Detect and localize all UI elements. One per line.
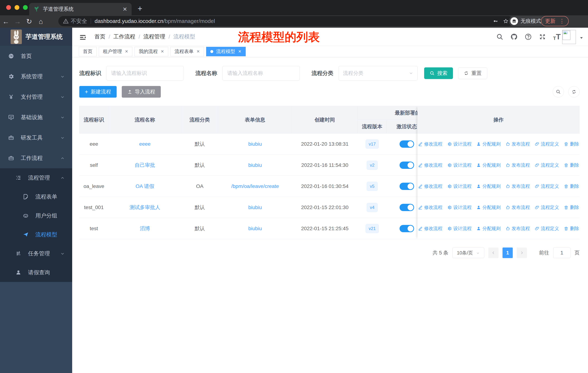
breadcrumb-item[interactable]: 工作流程 bbox=[113, 33, 135, 40]
action-修改流程[interactable]: 修改流程 bbox=[418, 204, 442, 210]
cell-name-link[interactable]: 滔博 bbox=[108, 218, 181, 239]
action-分配规则[interactable]: 分配规则 bbox=[476, 183, 501, 189]
action-分配规则[interactable]: 分配规则 bbox=[476, 141, 501, 147]
active-toggle[interactable] bbox=[399, 204, 414, 211]
action-流程定义[interactable]: 流程定义 bbox=[535, 162, 559, 168]
refresh-table-button[interactable] bbox=[568, 86, 580, 97]
sidebar-logo[interactable]: 芋道管理系统 bbox=[0, 28, 72, 46]
action-修改流程[interactable]: 修改流程 bbox=[418, 141, 442, 147]
action-分配规则[interactable]: 分配规则 bbox=[476, 204, 501, 210]
new-tab-button[interactable]: + bbox=[138, 4, 142, 13]
action-发布流程[interactable]: 发布流程 bbox=[505, 162, 530, 168]
user-avatar[interactable] bbox=[562, 30, 576, 44]
cell-name-link[interactable]: OA 请假 bbox=[108, 176, 181, 197]
create-process-button[interactable]: + 新建流程 bbox=[79, 86, 117, 98]
page-tag-我的流程[interactable]: 我的流程✕ bbox=[135, 47, 168, 56]
cell-name-link[interactable]: eeee bbox=[108, 133, 181, 154]
page-tag-流程模型[interactable]: 流程模型✕ bbox=[206, 47, 245, 56]
home-icon[interactable]: ⌂ bbox=[35, 18, 47, 26]
import-process-button[interactable]: 导入流程 bbox=[122, 86, 161, 98]
filter-category-select[interactable]: 流程分类 bbox=[338, 66, 418, 81]
forward-icon[interactable]: → bbox=[12, 18, 23, 26]
action-设计流程[interactable]: 设计流程 bbox=[447, 141, 472, 147]
collapse-sidebar-icon[interactable] bbox=[79, 34, 86, 40]
action-删除[interactable]: 删除 bbox=[564, 204, 579, 210]
active-toggle[interactable] bbox=[399, 183, 414, 190]
current-page-button[interactable]: 1 bbox=[503, 248, 513, 258]
sidebar-item-工作流程[interactable]: 工作流程 bbox=[0, 148, 72, 168]
password-key-icon[interactable] bbox=[493, 18, 498, 24]
sidebar-item-支付管理[interactable]: 支付管理 bbox=[0, 87, 72, 107]
close-tag-icon[interactable]: ✕ bbox=[161, 49, 164, 54]
filter-id-input[interactable] bbox=[106, 66, 184, 81]
action-设计流程[interactable]: 设计流程 bbox=[447, 204, 472, 210]
page-tag-首页[interactable]: 首页 bbox=[79, 47, 97, 56]
action-设计流程[interactable]: 设计流程 bbox=[447, 162, 472, 168]
close-tag-icon[interactable]: ✕ bbox=[197, 49, 200, 54]
action-发布流程[interactable]: 发布流程 bbox=[505, 183, 530, 189]
font-size-icon[interactable]: TT bbox=[553, 32, 561, 41]
sidebar-item-系统管理[interactable]: 系统管理 bbox=[0, 66, 72, 87]
sidebar-item-请假查询[interactable]: 请假查询 bbox=[0, 263, 72, 282]
action-流程定义[interactable]: 流程定义 bbox=[535, 183, 559, 189]
close-tag-icon[interactable]: ✕ bbox=[238, 49, 241, 54]
breadcrumb-item[interactable]: 首页 bbox=[94, 33, 105, 40]
filter-name-input[interactable] bbox=[222, 66, 300, 81]
help-icon[interactable] bbox=[525, 33, 532, 40]
cell-form-link[interactable]: biubiu bbox=[218, 218, 292, 239]
action-发布流程[interactable]: 发布流程 bbox=[505, 204, 530, 210]
action-发布流程[interactable]: 发布流程 bbox=[505, 225, 530, 232]
sidebar-item-流程表单[interactable]: 流程表单 bbox=[0, 187, 72, 206]
sidebar-item-基础设施[interactable]: 基础设施 bbox=[0, 107, 72, 128]
prev-page-button[interactable] bbox=[488, 248, 499, 258]
back-icon[interactable]: ← bbox=[0, 18, 12, 26]
fullscreen-icon[interactable] bbox=[539, 33, 546, 40]
action-分配规则[interactable]: 分配规则 bbox=[476, 162, 501, 168]
tab-close-icon[interactable]: ✕ bbox=[123, 6, 127, 12]
window-controls[interactable] bbox=[6, 5, 28, 10]
cell-form-link[interactable]: biubiu bbox=[218, 133, 292, 154]
github-icon[interactable] bbox=[510, 33, 518, 40]
sidebar-item-任务管理[interactable]: 任务管理 bbox=[0, 244, 72, 263]
next-page-button[interactable] bbox=[517, 248, 527, 258]
maximize-window-button[interactable] bbox=[23, 5, 28, 10]
action-流程定义[interactable]: 流程定义 bbox=[535, 141, 559, 147]
page-tag-流程表单[interactable]: 流程表单✕ bbox=[170, 47, 204, 56]
browser-tab[interactable]: 芋道管理系统 ✕ bbox=[29, 3, 132, 15]
action-修改流程[interactable]: 修改流程 bbox=[418, 162, 442, 168]
toggle-search-button[interactable] bbox=[553, 86, 564, 97]
action-分配规则[interactable]: 分配规则 bbox=[476, 225, 501, 232]
breadcrumb-item[interactable]: 流程管理 bbox=[143, 33, 165, 40]
search-button[interactable]: 搜索 bbox=[424, 67, 453, 79]
action-修改流程[interactable]: 修改流程 bbox=[418, 183, 442, 189]
action-设计流程[interactable]: 设计流程 bbox=[447, 183, 472, 189]
action-删除[interactable]: 删除 bbox=[564, 183, 579, 189]
sidebar-item-流程管理[interactable]: 流程管理 bbox=[0, 168, 72, 187]
cell-name-link[interactable]: 自己审批 bbox=[108, 155, 181, 176]
sidebar-item-流程模型[interactable]: 流程模型 bbox=[0, 225, 72, 244]
action-发布流程[interactable]: 发布流程 bbox=[505, 141, 530, 147]
action-删除[interactable]: 删除 bbox=[564, 225, 579, 232]
url-bar[interactable]: 不安全 dashboard.yudao.iocoder.cn /bpm/mana… bbox=[58, 16, 513, 26]
action-修改流程[interactable]: 修改流程 bbox=[418, 225, 442, 232]
cell-name-link[interactable]: 测试多审批人 bbox=[108, 197, 181, 218]
cell-form-link[interactable]: biubiu bbox=[218, 197, 292, 218]
browser-update-button[interactable]: 更新 ⋮ bbox=[541, 16, 569, 26]
action-删除[interactable]: 删除 bbox=[564, 162, 579, 168]
browser-menu-icon[interactable]: ⋮ bbox=[559, 20, 565, 23]
close-window-button[interactable] bbox=[6, 5, 11, 10]
action-删除[interactable]: 删除 bbox=[564, 141, 579, 147]
cell-form-link[interactable]: biubiu bbox=[218, 155, 292, 176]
minimize-window-button[interactable] bbox=[15, 5, 19, 10]
active-toggle[interactable] bbox=[399, 141, 414, 148]
sidebar-item-用户分组[interactable]: 用户分组 bbox=[0, 206, 72, 225]
page-size-select[interactable]: 10条/页 bbox=[452, 248, 484, 258]
search-icon[interactable] bbox=[496, 33, 504, 40]
reload-icon[interactable]: ↻ bbox=[23, 18, 35, 26]
reset-button[interactable]: 重置 bbox=[458, 67, 487, 79]
cell-form-link[interactable]: /bpm/oa/leave/create bbox=[218, 176, 292, 197]
close-tag-icon[interactable]: ✕ bbox=[125, 49, 128, 54]
action-流程定义[interactable]: 流程定义 bbox=[535, 225, 559, 232]
goto-page-input[interactable] bbox=[553, 248, 570, 258]
action-设计流程[interactable]: 设计流程 bbox=[447, 225, 472, 232]
